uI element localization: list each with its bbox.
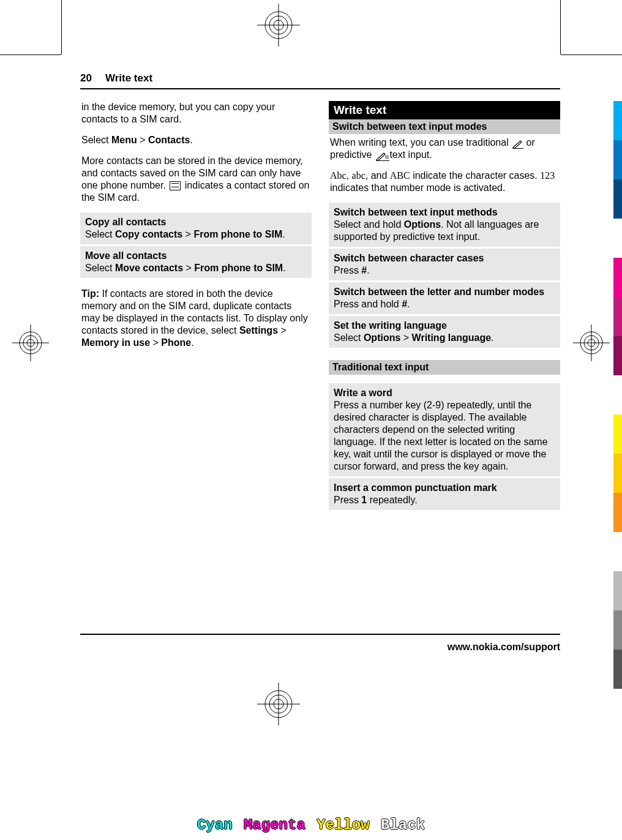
registration-mark-icon (257, 683, 300, 726)
paragraph: Abc, abc, and ABC indicate the character… (329, 170, 560, 194)
text: Select (85, 263, 115, 273)
footer-url: www.nokia.com/support (80, 642, 560, 653)
block-body: Select and hold Options. Not all languag… (334, 219, 555, 243)
text: , and (365, 170, 390, 181)
menu-path: From phone to SIM (193, 229, 282, 239)
menu-path: From phone to SIM (194, 263, 283, 273)
key-name: # (402, 299, 407, 309)
sim-card-icon (170, 181, 181, 190)
text: > (150, 337, 161, 348)
registration-mark-icon (12, 324, 49, 361)
move-contacts-block: Move all contacts Select Move contacts >… (80, 246, 312, 278)
crop-mark (561, 54, 622, 55)
menu-path: Move contacts (115, 263, 183, 273)
page-title: Write text (105, 72, 152, 84)
block-body: Press #. (334, 264, 555, 277)
cyan-label: Cyan (196, 817, 234, 833)
block-heading: Switch between text input methods (334, 206, 555, 219)
block-heading: Move all contacts (85, 250, 307, 262)
menu-path: Options (404, 219, 441, 230)
block-heading: Copy all contacts (85, 216, 307, 228)
write-word-block: Write a word Press a number key (2-9) re… (329, 383, 560, 476)
text: > (137, 135, 148, 145)
block-body: Press 1 repeatedly. (334, 494, 555, 506)
indicator-123: 123 (540, 170, 555, 181)
block-heading: Switch between the letter and number mod… (334, 286, 555, 298)
right-column: Write text Switch between text input mod… (329, 101, 560, 510)
section-subheading: Traditional text input (329, 360, 560, 375)
text: indicate the character cases. (410, 170, 541, 181)
yellow-label: Yellow (315, 817, 370, 833)
text: . (283, 263, 285, 273)
text: repeatedly. (367, 495, 417, 505)
text: text input. (389, 149, 432, 160)
menu-path: Phone (161, 337, 191, 348)
text: . (407, 299, 410, 309)
predictive-input-icon (376, 152, 386, 159)
block-body: Select Move contacts > From phone to SIM… (85, 262, 307, 274)
text: Press (334, 265, 361, 276)
menu-path: Settings (239, 325, 278, 336)
text: Press (334, 495, 361, 505)
char-cases-block: Switch between character cases Press #. (329, 249, 560, 280)
text: . (491, 332, 493, 343)
content-area: in the device memory, but you can copy y… (80, 101, 560, 510)
block-heading: Insert a common punctuation mark (334, 482, 555, 494)
registration-mark-icon (573, 324, 610, 361)
text: . (367, 265, 369, 276)
punctuation-block: Insert a common punctuation mark Press 1… (329, 478, 560, 510)
block-body: Press and hold #. (334, 298, 555, 310)
left-column: in the device memory, but you can copy y… (80, 101, 312, 510)
crop-mark (0, 54, 61, 55)
block-heading: Set the writing language (334, 320, 555, 332)
text: Select (85, 229, 115, 239)
indicator-abc: ABC (390, 170, 410, 181)
page-number: 20 (80, 72, 92, 84)
paragraph: More contacts can be stored in the devic… (80, 155, 312, 204)
copy-contacts-block: Copy all contacts Select Copy contacts >… (80, 212, 312, 244)
section-subheading: Switch between text input modes (329, 119, 560, 134)
text: . (190, 135, 192, 145)
block-body: Press a number key (2-9) repeatedly, unt… (334, 399, 555, 473)
indicator-abc: abc (352, 170, 365, 181)
text: indicates that number mode is activated. (330, 182, 505, 193)
section-heading-black: Write text (329, 101, 560, 119)
page-header: 20Write text (80, 72, 560, 89)
text: When writing text, you can use tradition… (330, 137, 511, 148)
footer-divider (80, 634, 560, 635)
text: , (347, 170, 352, 181)
text: > (400, 332, 411, 343)
block-heading: Write a word (334, 387, 555, 399)
page-container: 20Write text in the device memory, but y… (0, 0, 622, 840)
paragraph: Select Menu > Contacts. (80, 134, 312, 146)
writing-language-block: Set the writing language Select Options … (329, 316, 560, 348)
tip-label: Tip: (81, 288, 102, 299)
letter-number-block: Switch between the letter and number mod… (329, 282, 560, 314)
block-body: Select Options > Writing language. (334, 332, 555, 344)
text: . (282, 229, 285, 239)
block-body: Select Copy contacts > From phone to SIM… (85, 228, 307, 241)
magenta-label: Magenta (242, 817, 307, 833)
paragraph: When writing text, you can use tradition… (329, 137, 560, 161)
text: > (183, 263, 194, 273)
process-color-names: Cyan Magenta Yellow Black (0, 817, 622, 833)
text: > (278, 325, 287, 336)
tip-paragraph: Tip: If contacts are stored in both the … (80, 288, 312, 349)
indicator-abc: Abc (330, 170, 347, 181)
text: > (182, 229, 193, 239)
text: . (191, 337, 193, 348)
block-heading: Switch between character cases (334, 252, 555, 264)
menu-path: Contacts (148, 135, 190, 145)
text: Select and hold (334, 219, 404, 230)
color-registration-bar (613, 101, 622, 689)
text: Select (334, 332, 364, 343)
text: Select (81, 135, 111, 145)
key-name: # (361, 265, 367, 276)
paragraph: in the device memory, but you can copy y… (80, 101, 312, 126)
crop-mark (61, 0, 62, 54)
menu-path: Copy contacts (115, 229, 182, 239)
menu-path: Writing language (412, 332, 491, 343)
key-name: 1 (361, 495, 367, 505)
menu-path: Options (364, 332, 400, 343)
text: Press and hold (334, 299, 402, 309)
